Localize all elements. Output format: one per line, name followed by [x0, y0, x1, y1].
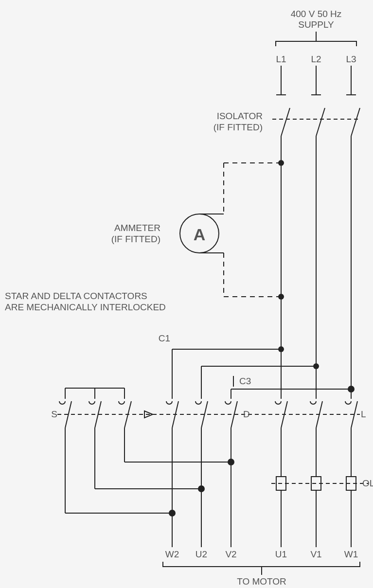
term-w2: W2: [165, 549, 179, 559]
d-routing: [172, 428, 231, 547]
ammeter-letter: A: [194, 225, 206, 244]
title-line2: SUPPLY: [298, 19, 334, 30]
l-below-ol: [281, 490, 351, 547]
overload-block: [271, 477, 368, 490]
l-routing: [281, 428, 351, 477]
isolator-line1: ISOLATOR: [217, 111, 263, 121]
isolator-switch: [272, 108, 360, 136]
node-amm-bot: [278, 294, 284, 300]
svg-line-9: [351, 108, 360, 136]
term-w1: W1: [344, 549, 358, 559]
svg-line-7: [281, 108, 290, 136]
phase-l2-label: L2: [311, 54, 321, 64]
footer-label: TO MOTOR: [237, 576, 286, 587]
contactors: [57, 401, 360, 428]
supply-bracket: [276, 32, 356, 46]
contactor-l-label: L: [361, 409, 366, 419]
term-u2: U2: [195, 549, 207, 559]
term-v1: V1: [310, 549, 321, 559]
motor-bracket: [163, 562, 360, 575]
ammeter-branch: [224, 163, 281, 214]
phase-l1-label: L1: [276, 54, 286, 64]
note-line2: ARE MECHANICALLY INTERLOCKED: [5, 302, 166, 312]
s-routing: [65, 428, 231, 513]
node-amm-top: [278, 160, 284, 166]
title-line1: 400 V 50 Hz: [291, 9, 342, 19]
l2-tap: [201, 366, 316, 396]
ol-label: OL: [362, 478, 373, 488]
isolator-line2: (IF FITTED): [213, 122, 263, 132]
star-shorting: [65, 388, 124, 396]
note-line1: STAR AND DELTA CONTACTORS: [5, 291, 147, 301]
term-u1: U1: [275, 549, 287, 559]
c1-label: C1: [159, 333, 170, 343]
ammeter-line1: AMMETER: [114, 223, 160, 233]
term-v2: V2: [225, 549, 236, 559]
svg-line-8: [316, 108, 325, 136]
star-delta-schematic: 400 V 50 Hz SUPPLY L1 L2 L3 ISOLATOR (IF…: [0, 0, 373, 588]
c3-tap: [231, 389, 351, 396]
phase-l3-label: L3: [346, 54, 356, 64]
ammeter-line2: (IF FITTED): [111, 234, 160, 244]
contactor-s-label: S: [51, 409, 57, 419]
phase-stubs: [276, 66, 356, 95]
c3-label: C3: [239, 376, 251, 386]
ammeter-return: [224, 253, 281, 297]
contactor-d-label: D: [243, 409, 250, 419]
